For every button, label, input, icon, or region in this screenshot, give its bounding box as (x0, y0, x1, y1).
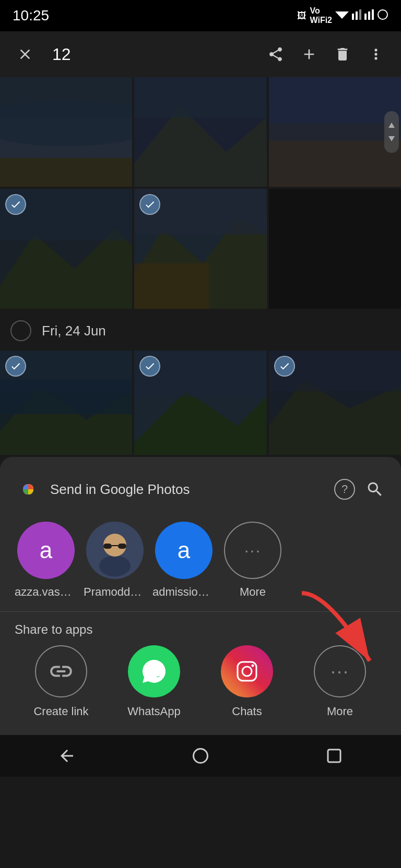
app-name: WhatsApp (127, 705, 181, 718)
scroll-indicator (384, 111, 399, 153)
svg-rect-11 (0, 158, 132, 187)
vowifi-icon: VoWiFi2 (310, 6, 332, 25)
contact-name: Pramoddhakn... (84, 585, 146, 599)
svg-rect-3 (359, 9, 361, 20)
svg-rect-5 (368, 11, 370, 20)
gallery-icon: 🖼 (297, 10, 306, 21)
app-name: Chats (232, 705, 262, 718)
app-item-instagram[interactable]: Chats (210, 645, 284, 718)
svg-rect-4 (364, 14, 367, 20)
top-toolbar: 12 (0, 31, 401, 77)
photo-row-1 (0, 77, 401, 187)
search-button[interactable] (363, 478, 386, 501)
instagram-icon (221, 645, 273, 697)
photo-cell-checked[interactable] (0, 189, 132, 309)
svg-rect-17 (269, 77, 401, 123)
battery-icon (377, 9, 388, 23)
check-badge (5, 194, 26, 215)
bottom-nav (0, 735, 401, 777)
signal1-icon (352, 9, 361, 22)
status-icons: 🖼 VoWiFi2 (297, 6, 388, 25)
svg-rect-30 (0, 380, 132, 414)
svg-point-39 (99, 556, 131, 576)
signal2-icon (364, 9, 374, 22)
share-button[interactable] (261, 40, 290, 69)
app-item-link[interactable]: Create link (25, 645, 98, 718)
date-row: Fri, 24 Jun (0, 311, 401, 351)
contact-name-more: More (240, 585, 266, 599)
svg-marker-18 (388, 123, 395, 128)
back-button[interactable] (51, 740, 82, 771)
check-badge (274, 356, 295, 377)
svg-rect-42 (118, 544, 126, 549)
contact-name: azza.vasanta... (15, 585, 77, 599)
date-select-circle[interactable] (10, 320, 31, 341)
check-badge (5, 356, 26, 377)
google-photos-icon (15, 476, 42, 503)
selected-count: 12 (48, 45, 253, 64)
whatsapp-icon (128, 645, 180, 697)
photo-cell[interactable] (0, 77, 132, 187)
contact-item[interactable]: Pramoddhakn... (84, 522, 146, 599)
svg-rect-1 (352, 14, 354, 20)
svg-rect-14 (134, 77, 266, 117)
svg-rect-2 (356, 11, 358, 20)
add-button[interactable] (294, 40, 324, 69)
toolbar-actions (261, 40, 391, 69)
photo-cell-checked[interactable] (269, 351, 401, 455)
photo-cell-checked[interactable] (134, 189, 266, 309)
photo-row-3 (0, 351, 401, 455)
photo-grid (0, 77, 401, 309)
svg-point-7 (378, 10, 387, 19)
contacts-row: a azza.vasanta... Pramoddhakn... (0, 511, 401, 611)
home-button[interactable] (185, 740, 216, 771)
google-photos-label: Send in Google Photos (50, 481, 326, 498)
contact-item[interactable]: a admissions.dt... (152, 522, 215, 599)
share-apps-label: Share to apps (0, 612, 401, 645)
svg-rect-26 (134, 263, 209, 309)
svg-marker-19 (388, 136, 395, 141)
help-button[interactable]: ? (334, 479, 355, 500)
apps-row: Create link WhatsApp Chats ·· (0, 645, 401, 735)
photo-grid-2 (0, 351, 401, 455)
svg-rect-16 (269, 141, 401, 187)
contact-name: admissions.dt... (152, 585, 215, 599)
svg-rect-41 (103, 544, 112, 549)
overflow-menu-button[interactable] (361, 40, 391, 69)
svg-point-46 (242, 667, 252, 676)
app-item-whatsapp[interactable]: WhatsApp (117, 645, 191, 718)
wifi-icon (335, 9, 349, 22)
app-name: Create link (33, 705, 88, 718)
google-photos-bar: Send in Google Photos ? (0, 467, 401, 511)
svg-rect-49 (328, 750, 340, 762)
svg-point-48 (194, 749, 208, 763)
photo-row-2 (0, 189, 401, 309)
photo-cell[interactable] (134, 77, 266, 187)
photo-cell-checked[interactable] (134, 351, 266, 455)
status-bar: 10:25 🖼 VoWiFi2 (0, 0, 401, 31)
contact-avatar-photo (86, 522, 144, 579)
svg-rect-6 (372, 9, 374, 20)
app-name-more: More (327, 705, 353, 718)
recents-button[interactable] (319, 740, 350, 771)
delete-button[interactable] (328, 40, 357, 69)
contact-avatar-more: ··· (224, 522, 281, 579)
link-icon (35, 645, 87, 697)
date-label: Fri, 24 Jun (42, 323, 106, 339)
photo-cell-checked[interactable] (0, 351, 132, 455)
photo-cell-empty (269, 189, 401, 309)
svg-point-10 (0, 100, 132, 146)
svg-point-47 (252, 665, 254, 667)
contact-avatar: a (17, 522, 75, 579)
svg-marker-0 (335, 11, 349, 19)
contact-item[interactable]: a azza.vasanta... (15, 522, 77, 599)
contact-item-more[interactable]: ··· More (221, 522, 284, 599)
contact-avatar: a (155, 522, 213, 579)
photo-cell[interactable] (269, 77, 401, 187)
share-sheet: Send in Google Photos ? a azza.vasanta..… (0, 457, 401, 735)
status-time: 10:25 (13, 7, 49, 24)
app-item-more[interactable]: ··· More (303, 645, 376, 718)
close-button[interactable] (10, 40, 40, 69)
more-apps-icon: ··· (314, 645, 366, 697)
